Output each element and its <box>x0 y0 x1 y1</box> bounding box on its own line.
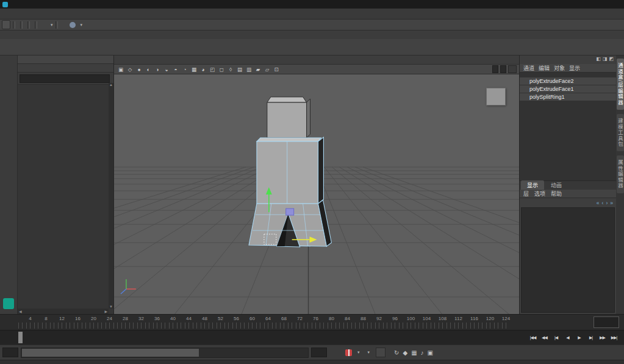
separator <box>27 21 30 29</box>
side-tab[interactable]: 通道盒/层编辑器 <box>617 59 624 110</box>
layer-editor-menu-item[interactable]: 帮助 <box>551 190 562 198</box>
title-bar <box>0 0 624 9</box>
textured-icon[interactable]: ◐ <box>144 65 152 73</box>
loop-icon[interactable]: ↻ <box>394 349 399 356</box>
cached-playback-toggle[interactable] <box>345 349 353 356</box>
current-frame-field[interactable] <box>594 316 619 328</box>
xray-icon[interactable]: ◻ <box>217 65 226 73</box>
anti-alias-icon[interactable]: ▦ <box>190 65 198 73</box>
viewport-toolbar: ▣◇●◐◑◒◓◔▦◕◰◻◊▤▥▰▱⊡ <box>114 65 519 74</box>
play-backward-button[interactable]: ◀ <box>562 333 573 343</box>
frame-number: 44 <box>186 316 192 321</box>
anim-preferences-icon[interactable]: ▣ <box>428 349 433 356</box>
outliner-vertical-scrollbar[interactable]: ▲▼ <box>109 83 113 309</box>
channel-box-menu-item[interactable]: 对象 <box>554 64 565 72</box>
move-layer-down-icon[interactable]: ‹ <box>602 200 604 206</box>
auto-keyframe-icon[interactable]: ◆ <box>403 349 407 356</box>
depth-of-field-icon[interactable]: ◕ <box>199 65 207 73</box>
channel-box-body: polyExtrudeFace2polyExtrudeFace1polySpli… <box>520 73 616 180</box>
go-to-end-button[interactable]: ▶▶| <box>609 333 619 343</box>
outliner-header[interactable] <box>18 55 113 64</box>
body-mesh <box>249 137 331 247</box>
channel-box-menu-item[interactable]: 编辑 <box>539 64 550 72</box>
view-transform-dropdown[interactable] <box>508 65 517 73</box>
cached-playback-icon <box>345 349 352 356</box>
maya-app-icon <box>2 2 8 7</box>
isolate-select-icon[interactable]: ◰ <box>208 65 217 73</box>
channel-manipulator-icon[interactable]: ◧ <box>596 56 601 64</box>
layer-list[interactable] <box>521 207 615 313</box>
step-forward-frame-button[interactable]: ▶▶ <box>597 333 608 343</box>
channel-speed-icon[interactable]: ◨ <box>603 56 608 64</box>
frame-number: 28 <box>123 316 128 321</box>
layer-editor-tab[interactable]: 显示 <box>521 180 544 190</box>
channel-hyperbolic-icon[interactable]: ◩ <box>609 56 614 64</box>
frame-number: 8 <box>45 316 47 321</box>
frame-number: 32 <box>138 316 144 321</box>
wireframe-icon[interactable]: ◇ <box>126 65 134 73</box>
channel-box-menu-item[interactable]: 显示 <box>569 64 580 72</box>
move-layer-up-icon[interactable]: « <box>597 200 600 206</box>
2d-pan-zoom-icon[interactable]: ⊡ <box>272 65 281 73</box>
channel-input-node[interactable]: polyExtrudeFace2 <box>520 77 616 85</box>
use-all-lights-icon[interactable]: ◑ <box>153 65 162 73</box>
animation-end-field[interactable] <box>311 348 327 357</box>
frame-number: 16 <box>75 316 81 321</box>
texture-placement-icon[interactable]: ▤ <box>235 65 244 73</box>
maya-creative-badge[interactable] <box>3 298 14 309</box>
play-forward-button[interactable]: ▶ <box>574 333 584 343</box>
fps-dropdown[interactable] <box>376 348 386 357</box>
character-set-menu[interactable]: ▾ <box>356 350 364 355</box>
step-back-frame-button[interactable]: ◀◀ <box>539 333 550 343</box>
exposure-field[interactable] <box>492 65 498 73</box>
motion-blur-icon[interactable]: ◔ <box>181 65 189 73</box>
frame-number: 92 <box>376 316 382 321</box>
wireframe-on-shaded-icon[interactable]: ◊ <box>226 65 235 73</box>
side-tab[interactable]: 属性编辑器 <box>617 155 624 193</box>
animation-start-field[interactable] <box>2 348 18 357</box>
playback-range-bar[interactable] <box>22 349 199 357</box>
layer-editor-menu-item[interactable]: 选项 <box>534 190 545 198</box>
menu-set-selector[interactable] <box>2 20 10 29</box>
zoom-tool-icon[interactable] <box>2 82 15 93</box>
frame-number: 116 <box>470 316 478 321</box>
side-tab[interactable]: 建模工具包 <box>617 114 624 152</box>
new-layer-from-selected-icon[interactable]: » <box>610 200 613 206</box>
menu-bar <box>0 9 624 20</box>
channel-input-node[interactable]: polyExtrudeFace1 <box>520 85 616 93</box>
gamma-field[interactable] <box>500 65 506 73</box>
viewport-scene <box>114 74 519 314</box>
current-frame-marker[interactable] <box>18 332 23 343</box>
layer-editor-menu-item[interactable]: 层 <box>523 190 529 198</box>
evaluation-icon[interactable]: ▦ <box>411 349 417 356</box>
channel-input-node[interactable]: polySplitRing1 <box>520 93 616 101</box>
command-line-strip[interactable] <box>0 360 624 364</box>
view-axis-gizmo[interactable] <box>486 88 506 105</box>
speaker-icon[interactable]: ♪ <box>421 349 424 356</box>
go-to-start-button[interactable]: |◀◀ <box>528 333 538 343</box>
image-plane-icon[interactable]: ▱ <box>263 65 271 73</box>
frame-number: 68 <box>281 316 287 321</box>
channel-box-menu-item[interactable]: 通道 <box>523 64 534 72</box>
step-forward-key-button[interactable]: ▶| <box>586 333 596 343</box>
screen-ao-icon[interactable]: ◓ <box>171 65 180 73</box>
time-slider[interactable]: 4812162024283236404448525660646872768084… <box>0 315 590 330</box>
new-empty-layer-icon[interactable]: › <box>606 200 608 206</box>
animation-layer-menu[interactable]: ▾ <box>366 350 374 355</box>
range-slider[interactable] <box>21 348 309 358</box>
search-input[interactable] <box>20 74 110 83</box>
frame-number: 120 <box>486 316 494 321</box>
viewport-3d-view[interactable] <box>114 74 519 314</box>
step-back-key-button[interactable]: |◀ <box>551 333 561 343</box>
outliner-horizontal-scrollbar[interactable]: ◀▶ <box>18 309 109 314</box>
account-menu[interactable]: ▾ <box>70 22 83 28</box>
shadows-icon[interactable]: ◒ <box>162 65 171 73</box>
tool-box <box>0 55 18 314</box>
smooth-shade-icon[interactable]: ● <box>135 65 143 73</box>
camera-attributes-icon[interactable]: ▥ <box>245 65 253 73</box>
layer-editor-tab[interactable]: 动画 <box>545 180 568 190</box>
viewport-menu-bar <box>114 55 519 65</box>
bookmark-icon[interactable]: ▰ <box>254 65 262 73</box>
color-management-gear-icon[interactable] <box>482 65 490 73</box>
viewport-renderer-icon[interactable]: ▣ <box>117 65 125 73</box>
